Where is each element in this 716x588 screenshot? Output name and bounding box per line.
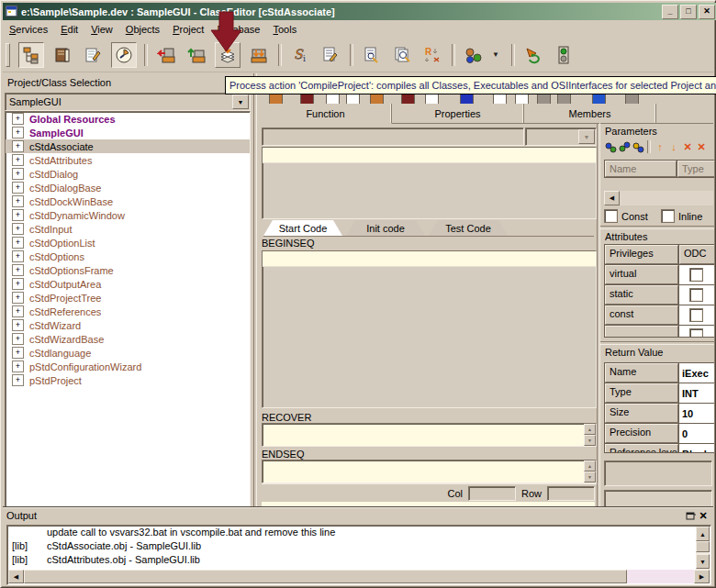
tree-item[interactable]: + cStdDockWinBase	[6, 194, 250, 208]
minimize-button[interactable]: _	[662, 5, 678, 19]
expand-plus-icon[interactable]: +	[12, 305, 24, 317]
attribute-checkbox[interactable]	[689, 328, 703, 338]
run-refresh-icon[interactable]	[521, 43, 545, 67]
recover-editor[interactable]: ▲▼	[262, 423, 597, 447]
menu-item[interactable]: Services	[3, 22, 54, 37]
tree-item[interactable]: + cStdOptionsFrame	[6, 263, 250, 277]
reorg-icon[interactable]: R	[420, 43, 444, 67]
delete-all-parameters-icon[interactable]: ✕	[695, 140, 708, 153]
code-tab[interactable]: Start Code	[263, 220, 342, 236]
chevron-down-icon[interactable]: ▼	[232, 94, 249, 109]
inline-checkbox[interactable]	[661, 209, 675, 223]
return-value-value[interactable]: 10	[679, 404, 714, 423]
checkin-icon[interactable]	[154, 43, 178, 67]
menu-item[interactable]: Project	[166, 22, 210, 37]
expand-plus-icon[interactable]: +	[12, 333, 24, 345]
tree-item[interactable]: + cStdProjectTree	[6, 291, 250, 305]
recover-scrollbar[interactable]: ▲▼	[584, 424, 596, 446]
close-output-icon[interactable]: ✕	[697, 509, 710, 522]
toolbar-grip[interactable]	[6, 43, 10, 67]
add-parameter-icon[interactable]	[604, 140, 617, 153]
return-value-value[interactable]: iExec	[679, 363, 714, 383]
insert-parameter-icon[interactable]	[618, 140, 631, 153]
panel-splitter[interactable]	[253, 73, 257, 506]
menu-item[interactable]: Database	[210, 22, 266, 37]
objects-dropdown-icon[interactable]: ▼	[487, 43, 504, 67]
expand-plus-icon[interactable]: +	[12, 140, 24, 152]
endseq-editor[interactable]: ▲▼	[262, 460, 597, 483]
code-tab[interactable]: Test Code	[429, 220, 508, 236]
script-info-icon[interactable]: Si	[288, 43, 312, 67]
dock-pin-icon[interactable]	[684, 509, 697, 522]
expand-plus-icon[interactable]: +	[12, 127, 24, 139]
expand-plus-icon[interactable]: +	[12, 168, 24, 180]
expand-plus-icon[interactable]: +	[12, 195, 24, 207]
editor-tab[interactable]: Members	[524, 104, 656, 123]
function-name-input[interactable]	[262, 128, 524, 146]
expand-plus-icon[interactable]: +	[12, 347, 24, 359]
attributes-col-privileges[interactable]: Privileges	[605, 245, 678, 264]
return-value-value[interactable]: 0	[679, 424, 714, 443]
output-log[interactable]: update call to vsvars32.bat in vscompile…	[6, 525, 711, 585]
parameters-hscrollbar[interactable]: ◀	[604, 191, 713, 205]
expand-plus-icon[interactable]: +	[12, 374, 24, 386]
journal-icon[interactable]	[50, 43, 74, 67]
expand-plus-icon[interactable]: +	[12, 154, 24, 166]
attribute-checkbox[interactable]	[689, 288, 703, 302]
menu-item[interactable]: Objects	[119, 22, 166, 37]
tree-item[interactable]: + cStdWizard	[6, 318, 250, 332]
compile-project-icon[interactable]	[215, 42, 241, 68]
return-value-value[interactable]: Blank	[679, 444, 714, 453]
close-button[interactable]: ✕	[699, 5, 715, 19]
edit-parameter-icon[interactable]	[632, 140, 644, 153]
tree-item[interactable]: + cStdDialog	[6, 167, 250, 181]
endseq-scrollbar[interactable]: ▲▼	[584, 460, 596, 483]
attribute-checkbox[interactable]	[689, 268, 703, 282]
maximize-button[interactable]: □	[680, 5, 697, 19]
editor-tab[interactable]: Function	[260, 104, 392, 124]
tree-item[interactable]: + cStdOptionList	[6, 236, 250, 250]
project-combo[interactable]: SampleGUI ▼	[5, 93, 251, 111]
delete-parameter-icon[interactable]: ✕	[681, 140, 694, 153]
find-doc-icon[interactable]	[390, 43, 414, 67]
session-clock-icon[interactable]	[111, 42, 137, 68]
tree-item[interactable]: + cStdlanguage	[6, 346, 250, 360]
expand-plus-icon[interactable]: +	[12, 264, 24, 276]
function-list-area[interactable]	[262, 147, 597, 219]
parameters-col-type[interactable]: Type	[677, 161, 714, 177]
tree-item[interactable]: + cStdWizardBase	[6, 332, 250, 346]
output-hscrollbar[interactable]: ◀ ▶	[8, 570, 710, 583]
edit-doc-icon[interactable]	[319, 43, 342, 67]
menu-item[interactable]: View	[84, 22, 119, 37]
expand-plus-icon[interactable]: +	[12, 361, 24, 372]
attribute-checkbox[interactable]	[689, 308, 703, 322]
find-edit-doc-icon[interactable]	[360, 43, 384, 67]
edit-note-icon[interactable]	[81, 43, 105, 67]
tree-item[interactable]: + cStdInput	[6, 222, 250, 236]
parameters-col-name[interactable]: Name	[605, 161, 677, 177]
tree-item[interactable]: + cStdDynamicWindow	[6, 208, 250, 222]
tree-item[interactable]: + pStdProject	[6, 373, 250, 387]
expand-plus-icon[interactable]: +	[12, 278, 24, 290]
move-down-icon[interactable]: ↓	[667, 140, 680, 153]
tree-item[interactable]: + cStdOutputArea	[6, 277, 250, 291]
tree-item[interactable]: + cStdReferences	[6, 305, 250, 318]
expand-plus-icon[interactable]: +	[12, 250, 24, 262]
expand-plus-icon[interactable]: +	[12, 237, 24, 249]
tree-item[interactable]: + cStdAttributes	[6, 153, 250, 167]
tree-item[interactable]: + Global Resources	[6, 112, 250, 126]
current-function-row[interactable]	[263, 148, 596, 163]
objects-balls-icon[interactable]	[462, 43, 486, 67]
tree-item[interactable]: + cStdDialogBase	[6, 181, 250, 194]
menu-item[interactable]: Edit	[54, 22, 84, 37]
expand-plus-icon[interactable]: +	[12, 319, 24, 331]
const-checkbox[interactable]	[604, 209, 618, 223]
move-up-icon[interactable]: ↑	[654, 140, 666, 153]
editor-tab[interactable]: Properties	[392, 104, 524, 123]
expand-plus-icon[interactable]: +	[12, 223, 24, 235]
expand-plus-icon[interactable]: +	[12, 182, 24, 194]
tree-item[interactable]: + pStdConfigurationWizard	[6, 360, 250, 373]
tree-item[interactable]: + cStdOptions	[6, 250, 250, 263]
expand-plus-icon[interactable]: +	[12, 209, 24, 221]
class-tree-icon[interactable]	[18, 42, 44, 68]
